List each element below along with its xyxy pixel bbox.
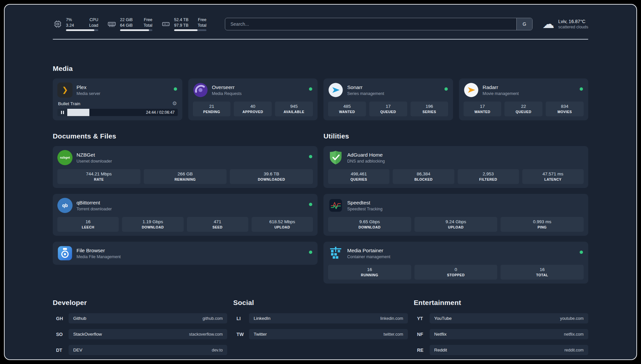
service-card-filebrowser[interactable]: File Browser Media File Management — [53, 242, 318, 265]
cpu-usage-label: CPU — [90, 17, 98, 22]
bookmark-url: stackoverflow.com — [189, 332, 223, 337]
stat-block: 0.993 msPING — [501, 217, 584, 232]
bookmark-reddit[interactable]: RE Redditreddit.com — [414, 345, 588, 355]
status-dot — [309, 203, 312, 206]
service-name: AdGuard Home — [347, 152, 385, 158]
service-description: Container management — [347, 255, 390, 259]
cpu-progress-fill — [66, 29, 94, 31]
stat-block: 0STOPPED — [414, 265, 498, 280]
bookmark-netflix[interactable]: NF Netflixnetflix.com — [414, 329, 588, 339]
service-name: Plex — [76, 84, 100, 90]
section-title-social: Social — [233, 299, 408, 307]
sonarr-icon — [328, 82, 343, 98]
service-card-sonarr[interactable]: Sonarr Series management 485WANTED 17QUE… — [323, 78, 453, 120]
service-card-nzbget[interactable]: nzbget NZBGet Usenet downloader 744.21 M… — [53, 146, 318, 188]
weather-widget: ☁ Lviv, 16.87°C scattered clouds — [542, 18, 588, 30]
stat-block: 16LEECH — [57, 217, 119, 232]
speedtest-icon — [328, 198, 343, 213]
disk-progress-bar — [174, 29, 206, 31]
disk-free-value: 52.4 TB — [174, 17, 189, 22]
status-dot — [309, 87, 312, 91]
adguard-icon — [328, 150, 343, 165]
section-utilities: Utilities AdGuard Home DNS and adblockin… — [323, 132, 588, 284]
memory-icon — [107, 19, 117, 29]
playback-progress-bar[interactable]: 24:44 / 02:06:47 — [57, 109, 178, 116]
stat-block: 471SEED — [187, 217, 248, 232]
bookmark-linkedin[interactable]: LI LinkedInlinkedin.com — [233, 313, 408, 323]
service-card-radarr[interactable]: Radarr Movie management 17WANTED 22QUEUE… — [459, 78, 589, 120]
stat-block: 39.6 TBDOWNLOADED — [230, 169, 313, 184]
bookmark-twitter[interactable]: TW Twittertwitter.com — [233, 329, 408, 339]
radarr-icon — [464, 82, 479, 98]
disk-widget: 52.4 TBFree 97.9 TBTotal — [161, 17, 206, 31]
stat-block: 744.21 MbpsRATE — [57, 169, 140, 184]
service-description: Torrent downloader — [76, 207, 112, 211]
bookmark-name: Twitter — [254, 332, 267, 337]
section-title-entertainment: Entertainment — [414, 299, 588, 307]
stat-block: 40APPROVED — [234, 102, 272, 116]
bookmark-name: LinkedIn — [254, 316, 270, 321]
bookmark-name: Reddit — [434, 348, 447, 352]
service-card-plex[interactable]: ❯ Plex Media server Bullet Train ⚙ — [53, 78, 182, 120]
cpu-progress-bar — [66, 29, 98, 31]
section-title-media: Media — [53, 65, 588, 73]
section-title-documents: Documents & Files — [53, 132, 318, 140]
bookmark-github[interactable]: GH Githubgithub.com — [53, 313, 227, 323]
section-entertainment: Entertainment YT YouTubeyoutube.com NF N… — [414, 299, 588, 355]
service-card-portainer[interactable]: Media Portainer Container management 16R… — [323, 242, 588, 284]
service-card-qbittorrent[interactable]: qb qBittorrent Torrent downloader 16LEEC… — [53, 194, 318, 236]
disk-total-value: 97.9 TB — [174, 23, 189, 28]
section-developer: Developer GH Githubgithub.com SO StackOv… — [53, 299, 227, 355]
service-name: qBittorrent — [76, 200, 112, 206]
search-provider-button[interactable]: G — [516, 18, 532, 30]
overseerr-icon — [193, 82, 208, 98]
service-name: Media Portainer — [347, 248, 390, 254]
section-media: Media ❯ Plex Media server Bullet Train ⚙ — [53, 65, 588, 120]
cpu-icon — [53, 19, 63, 29]
weather-location-temp: Lviv, 16.87°C — [558, 19, 588, 24]
service-card-overseerr[interactable]: Overseerr Media Requests 21PENDING 40APP… — [188, 78, 318, 120]
service-name: Speedtest — [347, 200, 382, 206]
filebrowser-icon — [57, 246, 73, 261]
search-bar: G — [225, 18, 533, 30]
bookmark-name: DEV — [73, 348, 82, 352]
stat-block: 2,953FILTERED — [458, 169, 519, 184]
stat-block: 21PENDING — [193, 102, 231, 116]
bookmark-abbr: NF — [414, 329, 430, 339]
service-card-adguard[interactable]: AdGuard Home DNS and adblocking 498,461Q… — [323, 146, 588, 188]
playback-progress-fill — [67, 109, 89, 116]
search-input[interactable] — [225, 18, 516, 30]
stat-block: 9.24 GbpsUPLOAD — [414, 217, 498, 232]
bookmark-stackoverflow[interactable]: SO StackOverflowstackoverflow.com — [53, 329, 227, 339]
stat-block: 22QUEUED — [504, 102, 542, 116]
service-description: Series management — [347, 91, 384, 96]
bookmark-abbr: YT — [414, 313, 430, 323]
bookmark-url: twitter.com — [383, 332, 403, 337]
pause-icon[interactable] — [57, 109, 67, 116]
weather-condition: scattered clouds — [558, 25, 588, 29]
section-title-utilities: Utilities — [323, 132, 588, 140]
portainer-icon — [328, 246, 343, 261]
stat-block: 618.52 MbpsUPLOAD — [252, 217, 313, 232]
bookmark-abbr: RE — [414, 345, 430, 355]
gear-icon[interactable]: ⚙ — [172, 101, 177, 106]
service-description: Usenet downloader — [76, 159, 112, 164]
memory-widget: 22 GiBFree 64 GiBTotal — [107, 17, 152, 31]
bookmark-name: YouTube — [434, 316, 452, 321]
bookmark-dev[interactable]: DT DEVdev.to — [53, 345, 227, 355]
plex-icon: ❯ — [57, 82, 73, 98]
service-name: Sonarr — [347, 84, 384, 90]
disk-total-label: Total — [198, 23, 206, 28]
service-card-speedtest[interactable]: Speedtest Speedtest Tracking 9.65 GbpsDO… — [323, 194, 588, 236]
memory-progress-fill — [120, 29, 149, 31]
bookmark-youtube[interactable]: YT YouTubeyoutube.com — [414, 313, 588, 323]
bookmark-url: reddit.com — [565, 348, 584, 352]
stat-block: 945AVAILABLE — [275, 102, 313, 116]
status-dot — [580, 251, 583, 254]
section-social: Social LI LinkedInlinkedin.com TW Twitte… — [233, 299, 408, 339]
service-description: Speedtest Tracking — [347, 207, 382, 211]
nzbget-icon: nzbget — [57, 150, 73, 165]
stat-block: 1.19 GbpsDOWNLOAD — [122, 217, 183, 232]
status-dot — [309, 251, 312, 254]
bookmark-abbr: DT — [53, 345, 69, 355]
